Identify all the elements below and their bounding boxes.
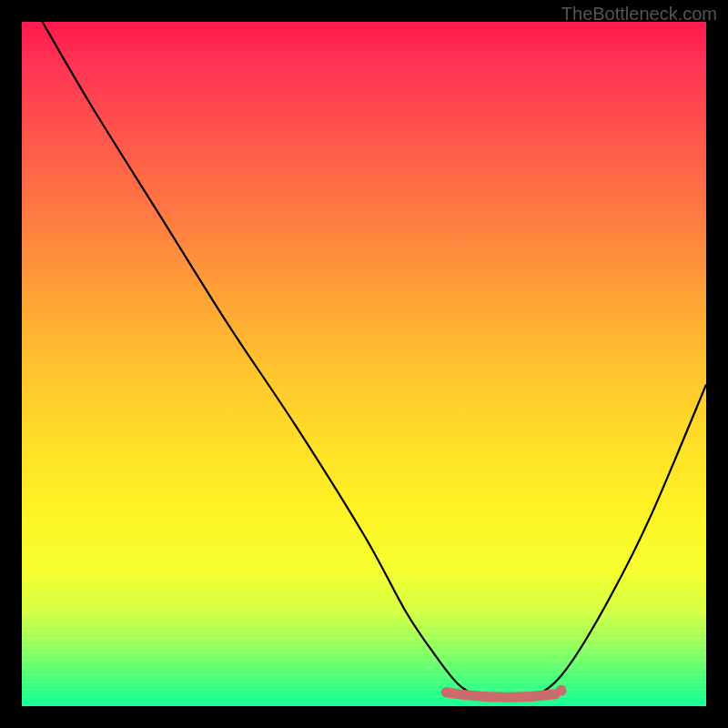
- flat-region-end-dot: [556, 685, 567, 696]
- chart-plot-area: [22, 22, 706, 706]
- flat-region-marker: [446, 693, 555, 698]
- chart-svg: [22, 22, 706, 706]
- bottleneck-curve-line: [43, 22, 706, 701]
- watermark-text: TheBottleneck.com: [561, 4, 717, 25]
